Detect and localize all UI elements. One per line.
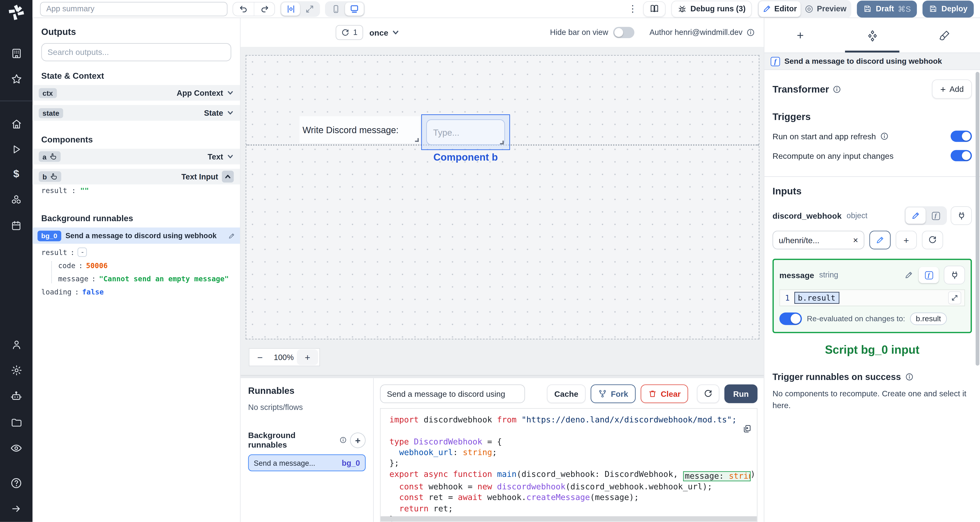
vertical-scrollbar[interactable] — [976, 72, 980, 366]
docs-book-button[interactable] — [643, 1, 665, 17]
expand-editor-icon[interactable] — [948, 291, 961, 304]
output-row-state[interactable]: state State — [32, 105, 240, 121]
chevron-up-icon[interactable] — [222, 170, 234, 182]
canvas-grid[interactable]: Write Discord message: Type... Component… — [246, 55, 759, 339]
run-button[interactable]: Run — [724, 385, 757, 403]
bg0-runnable-item-selected[interactable]: Send a message... bg_0 — [248, 454, 366, 471]
cache-button[interactable]: Cache — [547, 385, 586, 403]
eval-mode-function-icon[interactable]: f — [926, 208, 945, 224]
schedules-calendar-icon[interactable] — [11, 220, 22, 231]
static-mode-pencil-icon[interactable] — [905, 208, 926, 224]
chevron-down-icon[interactable] — [227, 153, 234, 160]
mobile-view-button[interactable] — [326, 2, 345, 16]
message-type: string — [819, 271, 838, 280]
help-icon[interactable] — [10, 477, 22, 490]
user-icon[interactable] — [10, 339, 22, 350]
resource-picker-input[interactable]: u/henri/te... × — [772, 231, 864, 250]
folders-icon[interactable] — [10, 416, 22, 428]
expression-editor[interactable]: 1 b.result — [780, 290, 965, 306]
app-summary-input[interactable] — [40, 2, 228, 16]
add-transformer-button[interactable]: +Add — [932, 80, 972, 99]
resources-cubes-icon[interactable] — [10, 194, 22, 206]
message-input-section-highlighted: message string f 1 — [772, 259, 972, 333]
variables-dollar-icon[interactable]: $ — [13, 169, 19, 180]
app-canvas[interactable]: Write Discord message: Type... Component… — [241, 47, 764, 375]
zoom-in-button[interactable]: + — [297, 350, 318, 365]
recompute-toggle[interactable] — [951, 150, 972, 161]
edit-pencil-icon[interactable] — [228, 232, 235, 239]
connect-plug-icon[interactable] — [951, 206, 972, 225]
static-mode-pencil-icon[interactable] — [899, 267, 919, 283]
redo-button[interactable] — [254, 2, 275, 16]
fork-button[interactable]: Fork — [591, 385, 636, 403]
draft-button[interactable]: Draft⌘S — [857, 0, 917, 17]
background-runnables-title: Background runnables — [248, 431, 336, 450]
discord-webhook-type: object — [846, 211, 867, 220]
search-outputs-input[interactable] — [41, 43, 231, 61]
copy-code-icon[interactable] — [743, 425, 751, 433]
chevron-down-icon[interactable] — [227, 109, 234, 116]
collapse-rail-arrow-icon[interactable] — [11, 503, 22, 514]
clear-resource-icon[interactable]: × — [853, 235, 858, 245]
info-icon[interactable] — [746, 28, 755, 37]
connect-plug-icon[interactable] — [944, 266, 965, 285]
run-on-start-toggle[interactable] — [951, 130, 972, 142]
clear-button[interactable]: Clear — [641, 385, 688, 403]
info-icon[interactable] — [833, 84, 842, 94]
info-icon[interactable] — [339, 436, 347, 444]
deploy-button[interactable]: Deploy — [923, 0, 974, 17]
expression-token[interactable]: b.result — [794, 292, 839, 304]
runs-play-icon[interactable] — [11, 144, 22, 155]
more-menu-icon[interactable]: ⋮ — [628, 3, 637, 14]
desktop-view-button[interactable] — [345, 2, 364, 16]
code-editor[interactable]: import discordwebhook from "https://deno… — [380, 408, 757, 522]
edit-resource-pencil-button[interactable] — [869, 231, 891, 250]
schedule-select[interactable]: once — [369, 28, 399, 37]
reeval-target-pill[interactable]: b.result — [910, 313, 947, 325]
favorites-star-icon[interactable] — [10, 73, 22, 85]
tab-style-brush-icon[interactable] — [908, 18, 980, 53]
resize-handle[interactable] — [500, 141, 504, 145]
home-icon[interactable] — [10, 118, 22, 130]
panel-resize-handle[interactable] — [241, 375, 764, 379]
info-icon[interactable] — [880, 132, 889, 141]
undo-button[interactable] — [233, 2, 254, 16]
text-component[interactable]: Write Discord message: — [299, 116, 420, 143]
tab-editor[interactable]: Editor — [759, 1, 800, 17]
output-row-component-b[interactable]: b Text Input — [32, 169, 240, 185]
chevron-down-icon[interactable] — [227, 89, 234, 96]
debug-runs-button[interactable]: Debug runs (3) — [671, 0, 752, 17]
hide-bar-toggle[interactable] — [613, 27, 635, 38]
output-row-ctx[interactable]: ctx App Context — [32, 85, 240, 101]
collapse-result-button[interactable]: - — [78, 248, 87, 257]
text-input-field[interactable]: Type... — [426, 119, 505, 145]
components-heading: Components — [32, 125, 240, 149]
audit-eye-icon[interactable] — [10, 442, 22, 454]
reeval-toggle[interactable] — [780, 313, 802, 325]
tab-insert-plus-icon[interactable]: + — [764, 18, 836, 53]
horizontal-scrollbar[interactable] — [381, 516, 757, 521]
settings-gear-icon[interactable] — [10, 364, 22, 376]
output-row-component-a[interactable]: a Text — [32, 149, 240, 164]
add-resource-button[interactable]: + — [896, 231, 917, 250]
text-input-component-selected[interactable]: Type... — [421, 115, 510, 150]
resize-handle[interactable] — [415, 138, 419, 142]
add-background-runnable-button[interactable]: + — [350, 432, 366, 448]
zoom-out-button[interactable]: − — [249, 352, 270, 363]
tab-preview[interactable]: Preview — [800, 1, 850, 17]
windmill-logo-icon[interactable] — [7, 3, 25, 22]
preview-circle-icon — [804, 4, 814, 13]
tab-components-icon[interactable] — [836, 18, 908, 53]
workspace-icon[interactable] — [10, 48, 22, 59]
runnable-badge: bg_0 — [342, 458, 360, 467]
refresh-resource-button[interactable] — [922, 231, 943, 250]
bg0-output-row[interactable]: bg_0 Send a message to discord using web… — [32, 228, 240, 244]
workers-robot-icon[interactable] — [10, 390, 22, 403]
eval-mode-function-icon[interactable]: f — [919, 267, 939, 283]
refresh-count-button[interactable]: 1 — [336, 25, 363, 40]
script-title-input[interactable]: Send a message to discord using — [380, 385, 525, 403]
fullscreen-layout-button[interactable] — [300, 2, 319, 16]
info-icon[interactable] — [905, 372, 913, 381]
refresh-button[interactable] — [697, 385, 719, 403]
center-layout-button[interactable] — [281, 2, 300, 16]
